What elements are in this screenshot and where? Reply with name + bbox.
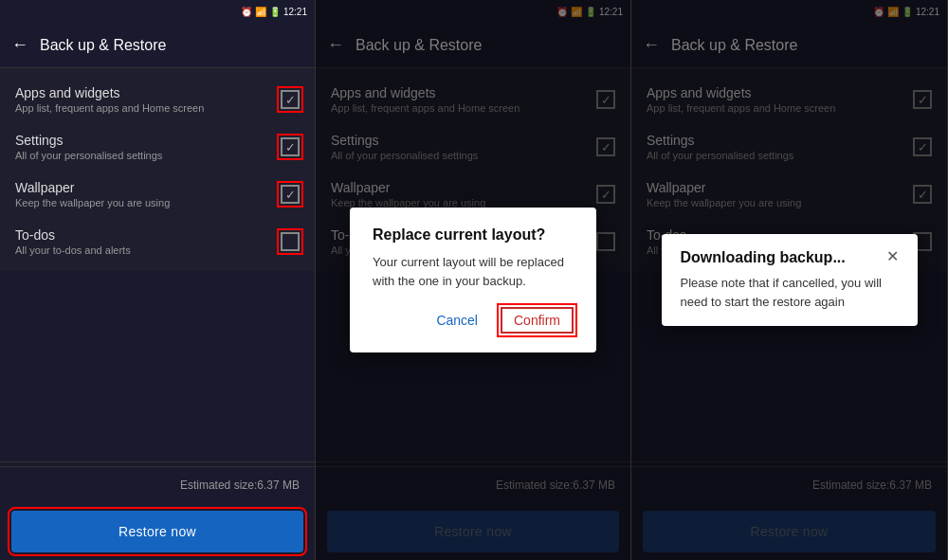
download-dialog: Downloading backup... ✕ Please note that… — [662, 234, 918, 326]
time-display-1: 12:21 — [283, 7, 307, 17]
status-icons-1: ⏰ 📶 🔋 12:21 — [241, 7, 307, 17]
checkbox-todos-1[interactable] — [281, 232, 300, 251]
panel-1: ⏰ 📶 🔋 12:21 ← Back up & Restore Apps and… — [0, 0, 316, 560]
signal-icon: 📶 — [255, 7, 266, 17]
confirm-dialog: Replace current layout? Your current lay… — [350, 208, 596, 352]
panel-2: ⏰ 📶 🔋 12:21 ← Back up & Restore Apps and… — [316, 0, 631, 560]
close-button[interactable]: ✕ — [886, 249, 899, 264]
alarm-icon: ⏰ — [241, 7, 252, 17]
download-dialog-header: Downloading backup... ✕ — [681, 249, 899, 266]
back-button-1[interactable]: ← — [11, 35, 28, 55]
confirm-button[interactable]: Confirm — [501, 307, 574, 334]
checkbox-apps-1[interactable] — [281, 90, 300, 109]
setting-apps-1[interactable]: Apps and widgets App list, frequent apps… — [0, 76, 315, 123]
settings-list-1: Apps and widgets App list, frequent apps… — [0, 68, 315, 271]
checkbox-settings-1[interactable] — [281, 137, 300, 156]
panel-3: ⏰ 📶 🔋 12:21 ← Back up & Restore Apps and… — [631, 0, 948, 560]
status-bar-1: ⏰ 📶 🔋 12:21 — [0, 0, 315, 23]
download-title: Downloading backup... — [681, 249, 846, 266]
setting-todos-1[interactable]: To-dos All your to-dos and alerts — [0, 218, 315, 265]
download-body: Please note that if cancelled, you will … — [681, 274, 899, 311]
divider-1 — [0, 461, 315, 462]
page-title-1: Back up & Restore — [40, 37, 166, 54]
header-1: ← Back up & Restore — [0, 23, 315, 68]
battery-icon: 🔋 — [269, 7, 281, 17]
dialog-actions: Cancel Confirm — [373, 307, 574, 334]
dialog-body: Your current layout will be replaced wit… — [373, 253, 574, 290]
cancel-button[interactable]: Cancel — [428, 307, 485, 334]
dialog-overlay-3: Downloading backup... ✕ Please note that… — [631, 0, 947, 560]
estimated-size-1: Estimated size:6.37 MB — [0, 466, 315, 503]
setting-settings-1[interactable]: Settings All of your personalised settin… — [0, 123, 315, 171]
setting-wallpaper-1[interactable]: Wallpaper Keep the wallpaper you are usi… — [0, 171, 315, 218]
dialog-title: Replace current layout? — [373, 226, 574, 244]
restore-button-1[interactable]: Restore now — [11, 511, 303, 552]
dialog-overlay-2: Replace current layout? Your current lay… — [316, 0, 630, 560]
checkbox-wallpaper-1[interactable] — [281, 185, 300, 204]
